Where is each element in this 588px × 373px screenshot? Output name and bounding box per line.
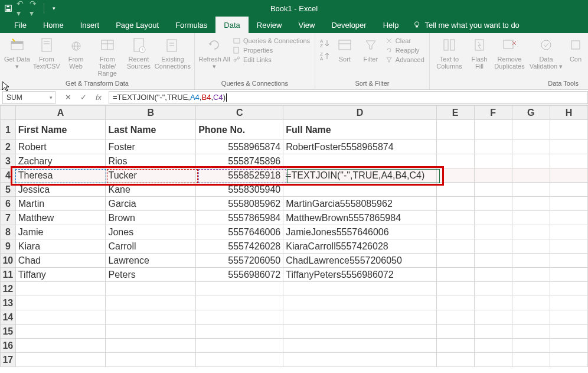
cell-E9[interactable] (436, 239, 474, 254)
row-header-16[interactable]: 16 (1, 339, 16, 353)
cell-F12[interactable] (474, 282, 512, 296)
cell-C10[interactable]: 5557206050 (196, 254, 283, 268)
cell-C3[interactable]: 5558745896 (196, 154, 283, 168)
cell-D4[interactable]: =TEXTJOIN("-",TRUE,A4,B4,C4) (283, 168, 436, 183)
cell-D7[interactable]: MatthewBrown5557865984 (283, 211, 436, 225)
cell-G14[interactable] (512, 310, 550, 325)
cell-F3[interactable] (474, 154, 512, 168)
cell-C1[interactable]: Phone No. (196, 120, 283, 140)
queries-connections-button[interactable]: Queries & Connections (233, 37, 310, 45)
row-header-10[interactable]: 10 (1, 254, 16, 268)
row-header-7[interactable]: 7 (1, 211, 16, 225)
tell-me-search[interactable]: Tell me what you want to do (407, 21, 525, 30)
cell-B13[interactable] (106, 296, 196, 310)
cell-H1[interactable] (550, 120, 587, 140)
consolidate-button[interactable]: Con (567, 35, 584, 63)
text-to-columns-button[interactable]: Text to Columns (433, 35, 465, 70)
cell-C9[interactable]: 5557426028 (196, 239, 283, 254)
cell-D12[interactable] (283, 282, 436, 296)
cell-C14[interactable] (196, 310, 283, 325)
cell-B1[interactable]: Last Name (106, 120, 196, 140)
cell-C16[interactable] (196, 339, 283, 353)
insert-function-button[interactable]: fx (93, 92, 104, 103)
cell-C11[interactable]: 5556986072 (196, 268, 283, 282)
cell-B9[interactable]: Carroll (106, 239, 196, 254)
cell-E10[interactable] (436, 254, 474, 268)
col-header-F[interactable]: F (474, 106, 512, 120)
cell-G2[interactable] (512, 140, 550, 154)
cell-H16[interactable] (550, 339, 587, 353)
cell-B16[interactable] (106, 339, 196, 353)
cell-C5[interactable]: 5558305940 (196, 183, 283, 197)
cell-D10[interactable]: ChadLawrence5557206050 (283, 254, 436, 268)
cell-C2[interactable]: 5558965874 (196, 140, 283, 154)
row-header-12[interactable]: 12 (1, 282, 16, 296)
cell-F11[interactable] (474, 268, 512, 282)
sort-az-icon[interactable]: AZ (319, 38, 331, 48)
row-header-6[interactable]: 6 (1, 197, 16, 211)
cell-B11[interactable]: Peters (106, 268, 196, 282)
row-header-3[interactable]: 3 (1, 154, 16, 168)
row-header-14[interactable]: 14 (1, 310, 16, 325)
cell-D5[interactable] (283, 183, 436, 197)
cell-C13[interactable] (196, 296, 283, 310)
cell-B17[interactable] (106, 353, 196, 367)
tab-page-layout[interactable]: Page Layout (107, 17, 167, 33)
cancel-formula-button[interactable]: ✕ (63, 92, 73, 103)
cell-D17[interactable] (283, 353, 436, 367)
cell-E11[interactable] (436, 268, 474, 282)
cell-H9[interactable] (550, 239, 587, 254)
cell-H12[interactable] (550, 282, 587, 296)
cell-A5[interactable]: Jessica (15, 183, 106, 197)
cell-G5[interactable] (512, 183, 550, 197)
cell-B3[interactable]: Rios (106, 154, 196, 168)
cell-C4[interactable]: 5558525918 (196, 168, 283, 183)
row-header-8[interactable]: 8 (1, 225, 16, 239)
cell-A12[interactable] (15, 282, 106, 296)
cell-H3[interactable] (550, 154, 587, 168)
tab-home[interactable]: Home (35, 17, 72, 33)
tab-file[interactable]: File (6, 17, 35, 33)
get-data-button[interactable]: Get Data ▾ (4, 35, 31, 70)
cell-E5[interactable] (436, 183, 474, 197)
reapply-button[interactable]: Reapply (385, 46, 424, 54)
name-box[interactable]: SUM (2, 91, 55, 104)
tab-view[interactable]: View (290, 17, 323, 33)
cell-A14[interactable] (15, 310, 106, 325)
tab-review[interactable]: Review (249, 17, 290, 33)
cell-H6[interactable] (550, 197, 587, 211)
cell-A16[interactable] (15, 339, 106, 353)
data-validation-button[interactable]: Data Validation ▾ (528, 35, 564, 70)
refresh-all-button[interactable]: Refresh All ▾ (198, 35, 230, 70)
cell-B2[interactable]: Foster (106, 140, 196, 154)
cell-B15[interactable] (106, 325, 196, 339)
cell-A11[interactable]: Tiffany (15, 268, 106, 282)
redo-icon[interactable]: ↷ ▾ (30, 4, 39, 13)
cell-B14[interactable] (106, 310, 196, 325)
cell-B8[interactable]: Jones (106, 225, 196, 239)
cell-F7[interactable] (474, 211, 512, 225)
cell-B6[interactable]: Garcia (106, 197, 196, 211)
row-header-17[interactable]: 17 (1, 353, 16, 367)
cell-B5[interactable]: Kane (106, 183, 196, 197)
cell-H13[interactable] (550, 296, 587, 310)
cell-E13[interactable] (436, 296, 474, 310)
remove-duplicates-button[interactable]: Remove Duplicates (494, 35, 525, 70)
cell-H4[interactable] (550, 168, 587, 183)
row-header-1[interactable]: 1 (1, 120, 16, 140)
cell-A6[interactable]: Martin (15, 197, 106, 211)
cell-D14[interactable] (283, 310, 436, 325)
cell-D2[interactable]: RobertFoster5558965874 (283, 140, 436, 154)
col-header-E[interactable]: E (436, 106, 474, 120)
qat-customize-icon[interactable]: ▾ (49, 4, 58, 13)
clear-filter-button[interactable]: Clear (385, 37, 424, 45)
cell-C8[interactable]: 5557646006 (196, 225, 283, 239)
cell-F4[interactable] (474, 168, 512, 183)
col-header-D[interactable]: D (283, 106, 436, 120)
tab-insert[interactable]: Insert (72, 17, 108, 33)
cell-B4[interactable]: Tucker (106, 168, 196, 183)
cell-E8[interactable] (436, 225, 474, 239)
cell-F16[interactable] (474, 339, 512, 353)
existing-connections-button[interactable]: Existing Connections (155, 35, 191, 70)
cell-G11[interactable] (512, 268, 550, 282)
